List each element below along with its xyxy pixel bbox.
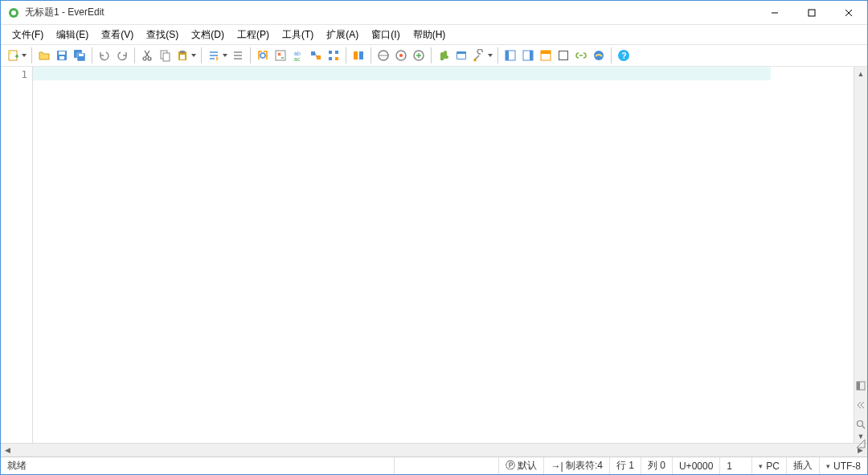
- status-eol[interactable]: PC: [752, 457, 787, 474]
- minimize-button[interactable]: [756, 1, 793, 25]
- format-button[interactable]: [205, 47, 229, 64]
- svg-line-14: [145, 51, 149, 57]
- separator: [92, 47, 92, 63]
- app-icon: [7, 6, 20, 19]
- tab-icon: →|: [551, 461, 563, 472]
- menu-edit[interactable]: 编辑(E): [50, 26, 95, 44]
- separator: [371, 47, 371, 63]
- panel-button-2[interactable]: [519, 47, 537, 64]
- nav-fwd-button[interactable]: [325, 47, 342, 64]
- tools-button[interactable]: [470, 47, 494, 64]
- side-panel-icon[interactable]: [855, 380, 866, 391]
- save-all-button[interactable]: [71, 47, 88, 64]
- svg-rect-35: [329, 57, 332, 60]
- separator: [497, 47, 498, 63]
- svg-rect-44: [457, 54, 465, 59]
- menu-project[interactable]: 工程(P): [231, 26, 276, 44]
- menu-help[interactable]: 帮助(H): [407, 26, 452, 44]
- ie-button[interactable]: [590, 47, 608, 64]
- window-button[interactable]: [452, 47, 470, 64]
- cut-button[interactable]: [138, 47, 156, 64]
- bookmark-button[interactable]: [350, 47, 367, 64]
- status-tab[interactable]: →| 制表符:4: [544, 457, 609, 474]
- svg-rect-37: [354, 51, 358, 59]
- plugin-button[interactable]: [435, 47, 452, 64]
- workspace: 1 ▲ ▼: [1, 67, 867, 443]
- status-col[interactable]: 列 0: [641, 457, 673, 474]
- browser-button-3[interactable]: [410, 47, 428, 64]
- svg-point-12: [143, 57, 146, 60]
- menu-search[interactable]: 查找(S): [140, 26, 185, 44]
- open-button[interactable]: [35, 47, 53, 64]
- status-line[interactable]: 行 1: [610, 457, 641, 474]
- status-blank: [395, 457, 499, 474]
- close-button[interactable]: [830, 1, 867, 25]
- copy-button[interactable]: [156, 47, 174, 64]
- svg-rect-38: [359, 51, 363, 59]
- menu-view[interactable]: 查看(V): [95, 26, 140, 44]
- statusbar: 就绪 Ⓟ 默认 →| 制表符:4 行 1 列 0 U+0000 1 PC 插入 …: [1, 457, 867, 474]
- menu-tools[interactable]: 工具(T): [276, 26, 320, 44]
- separator: [31, 47, 32, 63]
- find-button[interactable]: [254, 47, 272, 64]
- separator: [201, 47, 202, 63]
- line-number: 1: [1, 68, 27, 80]
- svg-point-27: [260, 53, 265, 58]
- separator: [611, 47, 612, 63]
- scroll-track[interactable]: [854, 80, 867, 429]
- undo-button[interactable]: [96, 47, 113, 64]
- new-file-button[interactable]: [4, 47, 28, 64]
- svg-text:ab: ab: [294, 51, 301, 56]
- side-corner-icon[interactable]: [855, 438, 866, 449]
- svg-rect-51: [541, 51, 551, 54]
- browser-button-1[interactable]: [375, 47, 392, 64]
- save-button[interactable]: [53, 47, 71, 64]
- svg-point-13: [148, 57, 151, 60]
- panel-button-1[interactable]: [502, 47, 519, 64]
- scroll-track-h[interactable]: [14, 444, 854, 457]
- scroll-up-icon[interactable]: ▲: [854, 67, 867, 80]
- editor-area[interactable]: [33, 67, 854, 443]
- window-title: 无标题1 - EverEdit: [25, 6, 756, 19]
- menu-document[interactable]: 文档(D): [185, 26, 231, 44]
- panel-button-3[interactable]: [537, 47, 555, 64]
- sidebar-tool-icons: [854, 380, 867, 449]
- parser-label: 默认: [518, 459, 537, 473]
- svg-line-15: [145, 51, 149, 57]
- svg-rect-47: [506, 51, 509, 60]
- status-encoding[interactable]: UTF-8: [820, 457, 867, 474]
- status-parser[interactable]: Ⓟ 默认: [499, 457, 544, 474]
- horizontal-scrollbar[interactable]: ◀ ▶: [1, 443, 867, 457]
- paste-button[interactable]: [174, 47, 198, 64]
- menu-window[interactable]: 窗口(I): [365, 26, 406, 44]
- separator: [431, 47, 432, 63]
- maximize-button[interactable]: [793, 1, 830, 25]
- panel-button-4[interactable]: [555, 47, 572, 64]
- redo-button[interactable]: [113, 47, 131, 64]
- help-button[interactable]: ?: [615, 47, 633, 64]
- highlight-button[interactable]: abac: [289, 47, 307, 64]
- side-nav-icon[interactable]: [855, 399, 866, 411]
- menu-addon[interactable]: 扩展(A): [320, 26, 365, 44]
- svg-rect-7: [59, 51, 65, 55]
- nav-back-button[interactable]: [307, 47, 325, 64]
- svg-rect-53: [559, 51, 567, 59]
- svg-point-59: [857, 421, 862, 427]
- menu-file[interactable]: 文件(F): [6, 26, 50, 44]
- status-mode[interactable]: 插入: [787, 457, 820, 474]
- paragraph-button[interactable]: [229, 47, 247, 64]
- browser-button-2[interactable]: [392, 47, 410, 64]
- svg-rect-33: [329, 51, 332, 54]
- scroll-left-icon[interactable]: ◀: [1, 444, 14, 457]
- svg-point-41: [399, 54, 403, 57]
- toolbar: abac ?: [1, 44, 867, 67]
- svg-rect-58: [857, 382, 860, 390]
- separator: [250, 47, 251, 63]
- svg-rect-2: [809, 10, 815, 16]
- svg-rect-17: [163, 53, 170, 61]
- replace-button[interactable]: [272, 47, 289, 64]
- link-button[interactable]: [572, 47, 590, 64]
- side-search-icon[interactable]: [855, 419, 866, 430]
- status-unicode: U+0000: [673, 457, 720, 474]
- svg-rect-32: [317, 55, 321, 59]
